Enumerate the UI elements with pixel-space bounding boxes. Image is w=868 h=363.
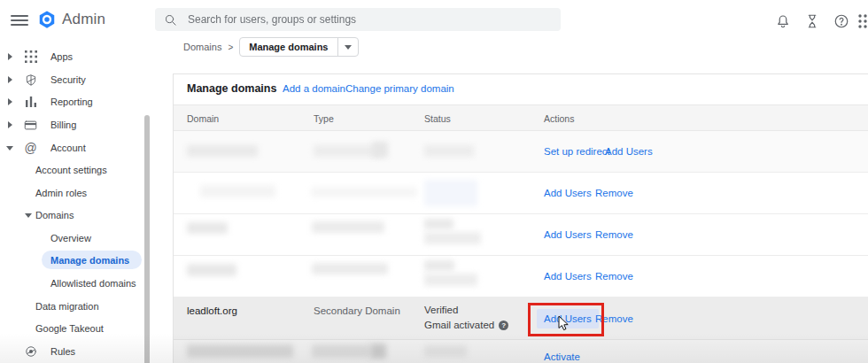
notifications-bell-icon[interactable]	[775, 13, 791, 29]
sidebar-item-label: Apps	[50, 51, 73, 62]
shield-icon	[23, 73, 38, 87]
breadcrumb-separator: >	[228, 42, 233, 52]
redacted-text	[187, 145, 258, 157]
table-row: Add Users Remove	[174, 214, 868, 256]
domain-cell: leadloft.org	[187, 305, 237, 316]
redacted-text	[424, 260, 454, 271]
sidebar-item-label: Billing	[50, 120, 76, 130]
remove-link[interactable]: Remove	[595, 313, 633, 324]
breadcrumb-current-label: Manage domains	[240, 42, 337, 52]
set-up-redirect-link[interactable]: Set up redirect	[544, 146, 610, 157]
sidebar-item-label: Reporting	[50, 97, 93, 107]
column-header-status: Status	[424, 113, 451, 124]
sidebar-item-label: Data migration	[35, 301, 99, 312]
help-icon[interactable]: ?	[499, 321, 508, 330]
expand-arrow-icon[interactable]	[5, 53, 14, 60]
tasks-hourglass-icon[interactable]	[804, 13, 820, 29]
redacted-text	[424, 345, 467, 357]
rules-target-icon	[23, 345, 38, 358]
at-sign-icon: @	[23, 141, 38, 155]
table-row: Activate	[174, 339, 868, 363]
collapse-arrow-icon[interactable]	[5, 146, 14, 151]
top-bar: Admin	[0, 0, 868, 40]
sidebar-item-label: Rules	[50, 346, 75, 357]
sidebar-scrollbar[interactable]	[144, 115, 150, 363]
help-icon[interactable]	[833, 13, 849, 29]
manage-domains-card: Manage domains Add a domain Change prima…	[173, 73, 868, 363]
sidebar-item-label: Admin roles	[35, 188, 87, 198]
add-users-link[interactable]: Add Users	[544, 229, 592, 240]
add-users-link[interactable]: Add Users	[605, 146, 653, 157]
redacted-text	[312, 221, 384, 233]
remove-link[interactable]: Remove	[595, 229, 633, 240]
breadcrumb: Domains > Manage domains	[183, 37, 359, 57]
search-bar[interactable]	[155, 8, 561, 31]
redacted-text	[424, 219, 453, 229]
redacted-text	[424, 274, 477, 286]
table-row-leadloft: leadloft.org Secondary Domain Verified G…	[174, 297, 868, 339]
app-title: Admin	[62, 11, 105, 28]
remove-link[interactable]: Remove	[595, 188, 633, 198]
table-row: Set up redirect Add Users	[174, 131, 868, 173]
expand-arrow-icon[interactable]	[5, 98, 14, 105]
sidebar-item-label: Domains	[35, 210, 74, 220]
change-primary-domain-link[interactable]: Change primary domain	[345, 83, 454, 94]
breadcrumb-domains-link[interactable]: Domains	[183, 42, 221, 52]
sidebar-item-label: Security	[50, 74, 86, 85]
redacted-text	[187, 222, 228, 234]
table-row: Add Users Remove	[174, 256, 868, 297]
expand-arrow-icon[interactable]	[5, 121, 14, 128]
sidebar-item-label: Manage domains	[50, 255, 129, 266]
table-header-row: Domain Type Status Actions	[174, 104, 868, 131]
column-header-domain: Domain	[187, 113, 219, 124]
redacted-text	[424, 180, 477, 206]
redacted-text	[370, 344, 386, 359]
activate-link[interactable]: Activate	[544, 351, 580, 362]
hamburger-menu-icon[interactable]	[11, 12, 28, 27]
add-a-domain-link[interactable]: Add a domain	[283, 83, 345, 94]
status-verified: Verified	[424, 305, 458, 315]
bar-chart-icon	[23, 96, 38, 108]
remove-link[interactable]: Remove	[595, 271, 633, 282]
redacted-text	[187, 344, 293, 358]
expand-arrow-icon[interactable]	[5, 76, 14, 83]
sidebar-item-label: Google Takeout	[35, 323, 104, 334]
redacted-text	[424, 232, 481, 244]
card-title: Manage domains	[187, 82, 276, 95]
redacted-text	[372, 142, 388, 158]
breadcrumb-current-dropdown[interactable]: Manage domains	[239, 37, 358, 57]
column-header-type: Type	[314, 113, 334, 124]
search-input[interactable]	[188, 13, 552, 26]
status-gmail-activated: Gmail activated ?	[424, 320, 508, 330]
apps-grid-icon[interactable]	[857, 13, 868, 29]
search-icon	[164, 13, 177, 27]
admin-logo-icon	[37, 10, 57, 29]
sidebar-item-label: Allowlisted domains	[50, 278, 136, 289]
redacted-text	[187, 264, 236, 276]
add-users-link[interactable]: Add Users	[544, 188, 592, 198]
redacted-text	[424, 145, 474, 157]
sidebar-item-label: Account settings	[35, 165, 107, 175]
redacted-text	[311, 187, 417, 197]
sidebar-item-label: Account	[50, 143, 86, 153]
sidebar-item-label: Overview	[50, 233, 91, 243]
type-cell: Secondary Domain	[314, 305, 400, 316]
credit-card-icon	[23, 120, 38, 131]
admin-console-screen: Admin Domains >	[0, 0, 868, 363]
redacted-text	[312, 263, 388, 274]
redacted-text	[200, 185, 275, 197]
collapse-arrow-icon[interactable]	[24, 213, 33, 218]
chevron-down-icon[interactable]	[338, 45, 358, 50]
apps-grid-icon	[23, 50, 38, 63]
table-row: Add Users Remove	[174, 173, 868, 214]
column-header-actions: Actions	[544, 113, 574, 124]
add-users-link[interactable]: Add Users	[544, 271, 592, 282]
card-header: Manage domains Add a domain Change prima…	[174, 74, 868, 104]
add-users-link-highlighted[interactable]: Add Users	[537, 309, 599, 328]
redacted-text	[312, 344, 370, 358]
